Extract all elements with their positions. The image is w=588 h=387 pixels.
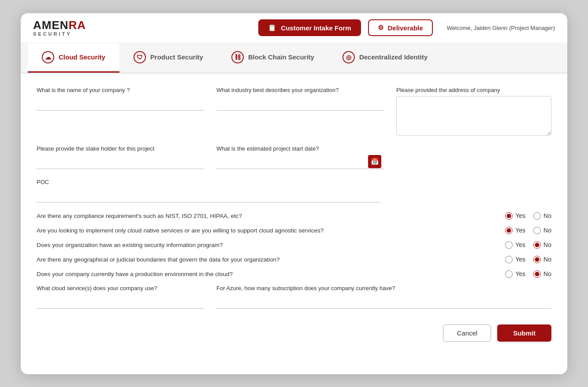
production-env-row: Does your company currently have a produ…: [37, 270, 551, 278]
compliance-no-option[interactable]: No: [533, 212, 551, 220]
header: AMENRA SECURITY 📋 Customer Intake Form ⚙…: [21, 13, 567, 43]
form-footer: Cancel Submit: [21, 317, 567, 352]
production-env-no-radio[interactable]: [533, 270, 541, 278]
geographical-question: Are there any geographical or judicial b…: [37, 256, 498, 263]
industry-input[interactable]: [216, 96, 384, 111]
cloud-service-label: What cloud service(s) does your company …: [37, 285, 204, 291]
product-security-icon: 🛡: [134, 51, 146, 63]
decentralized-identity-icon: ◎: [342, 51, 355, 63]
security-program-yes-radio[interactable]: [505, 241, 513, 249]
geographical-radio-group: Yes No: [505, 256, 551, 263]
startdate-group: What is the estimated project start date…: [216, 145, 384, 169]
welcome-text: Welcome, Jaiden Glenn (Project Manager): [447, 25, 555, 31]
cloud-security-icon: ☁: [42, 51, 54, 63]
security-program-row: Does your organization have an existing …: [37, 241, 551, 249]
stakeholder-input[interactable]: [37, 155, 204, 169]
form-row-3: POC: [37, 179, 551, 203]
intake-form-button[interactable]: 📋 Customer Intake Form: [258, 19, 361, 36]
address-textarea[interactable]: [396, 96, 551, 136]
geographical-yes-radio[interactable]: [505, 256, 513, 263]
logo-text: AMENRA: [33, 19, 86, 31]
compliance-radio-group: Yes No: [505, 212, 551, 220]
industry-label: What industry best describes your organi…: [216, 87, 384, 93]
industry-group: What industry best describes your organi…: [216, 87, 384, 111]
production-env-radio-group: Yes No: [505, 270, 551, 278]
poc-label: POC: [37, 179, 551, 185]
form-row-1: What is the name of your company ? What …: [37, 87, 551, 136]
security-program-radio-group: Yes No: [505, 241, 551, 249]
form-area: What is the name of your company ? What …: [21, 74, 567, 317]
poc-group: POC: [37, 179, 551, 203]
cancel-button[interactable]: Cancel: [443, 324, 491, 342]
compliance-question: Are there any compliance requirement's s…: [37, 213, 498, 219]
blockchain-security-icon: ⛓: [231, 51, 244, 63]
security-program-no-radio[interactable]: [533, 241, 541, 249]
stakeholder-label: Please provide the stake holder for this…: [37, 145, 204, 152]
security-program-question: Does your organization have an existing …: [37, 242, 498, 248]
calendar-button[interactable]: 📅: [368, 155, 381, 168]
logo-security: SECURITY: [33, 32, 86, 37]
production-env-yes-radio[interactable]: [505, 270, 513, 278]
main-window: AMENRA SECURITY 📋 Customer Intake Form ⚙…: [21, 13, 567, 374]
gear-icon: ⚙: [378, 24, 383, 32]
deliverable-button[interactable]: ⚙ Deliverable: [368, 19, 433, 36]
cloud-native-question: Are you looking to implement only cloud …: [37, 227, 498, 234]
form-row-2: Please provide the stake holder for this…: [37, 145, 551, 169]
compliance-yes-radio[interactable]: [505, 212, 513, 220]
tab-product-security[interactable]: 🛡 Product Security: [119, 43, 217, 73]
geographical-yes-option[interactable]: Yes: [505, 256, 525, 263]
company-label: What is the name of your company ?: [37, 87, 204, 93]
production-env-no-option[interactable]: No: [533, 270, 551, 278]
production-env-yes-option[interactable]: Yes: [505, 270, 525, 278]
startdate-input[interactable]: [216, 155, 384, 169]
submit-button[interactable]: Submit: [497, 324, 551, 342]
nav-tabs: ☁ Cloud Security 🛡 Product Security ⛓ Bl…: [21, 43, 567, 74]
cloud-service-group: What cloud service(s) does your company …: [37, 285, 204, 309]
company-group: What is the name of your company ?: [37, 87, 204, 111]
production-env-question: Does your company currently have a produ…: [37, 271, 498, 277]
azure-group: For Azure, how many subscription does yo…: [216, 285, 551, 309]
address-group: Please provided the address of company: [396, 87, 551, 136]
compliance-row: Are there any compliance requirement's s…: [37, 212, 551, 220]
cloud-native-row: Are you looking to implement only cloud …: [37, 227, 551, 234]
cloud-native-yes-option[interactable]: Yes: [505, 227, 525, 234]
form-row-last: What cloud service(s) does your company …: [37, 285, 551, 309]
cloud-service-input[interactable]: [37, 294, 204, 309]
form-icon: 📋: [268, 24, 276, 32]
security-program-yes-option[interactable]: Yes: [505, 241, 525, 249]
address-label: Please provided the address of company: [396, 87, 551, 93]
cloud-native-no-radio[interactable]: [533, 227, 541, 234]
geographical-no-option[interactable]: No: [533, 256, 551, 263]
poc-input[interactable]: [37, 188, 380, 203]
tab-cloud-security[interactable]: ☁ Cloud Security: [28, 43, 119, 73]
company-input[interactable]: [37, 96, 204, 111]
azure-input[interactable]: [216, 294, 551, 309]
cloud-native-radio-group: Yes No: [505, 227, 551, 234]
date-wrapper: 📅: [216, 155, 384, 169]
azure-label: For Azure, how many subscription does yo…: [216, 285, 551, 291]
tab-decentralized-identity[interactable]: ◎ Decentralized Identity: [328, 43, 442, 73]
security-program-no-option[interactable]: No: [533, 241, 551, 249]
startdate-label: What is the estimated project start date…: [216, 145, 384, 152]
compliance-yes-option[interactable]: Yes: [505, 212, 525, 220]
geographical-no-radio[interactable]: [533, 256, 541, 263]
stakeholder-group: Please provide the stake holder for this…: [37, 145, 204, 169]
geographical-row: Are there any geographical or judicial b…: [37, 256, 551, 263]
compliance-no-radio[interactable]: [533, 212, 541, 220]
logo: AMENRA SECURITY: [33, 19, 86, 37]
cloud-native-yes-radio[interactable]: [505, 227, 513, 234]
cloud-native-no-option[interactable]: No: [533, 227, 551, 234]
calendar-icon: 📅: [371, 158, 379, 166]
tab-blockchain-security[interactable]: ⛓ Block Chain Security: [217, 43, 328, 73]
